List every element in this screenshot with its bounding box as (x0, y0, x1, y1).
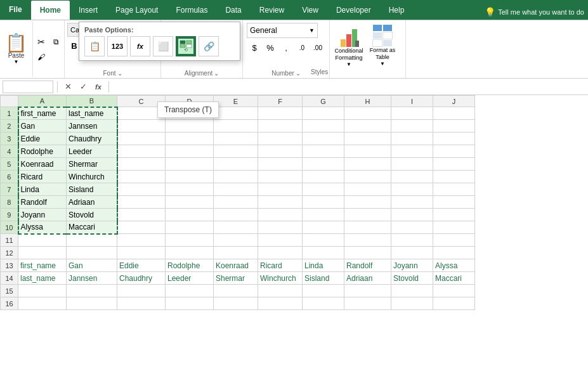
font-expand-icon[interactable]: ⌄ (117, 70, 122, 77)
cell-B4[interactable]: Leeder (67, 145, 117, 158)
increase-decimal-button[interactable]: .00 (310, 40, 325, 55)
paste-opt-values[interactable]: 123 (107, 36, 127, 56)
format-as-table-arrow[interactable]: ▼ (380, 61, 385, 67)
cut-button[interactable]: ✂ (34, 35, 48, 49)
cell-F10[interactable] (258, 221, 303, 234)
cell-D13[interactable]: Rodolphe (166, 259, 214, 272)
cell-F8[interactable] (258, 196, 303, 209)
cell-H11[interactable] (344, 234, 391, 247)
cell-D12[interactable] (166, 247, 214, 259)
cell-B16[interactable] (67, 297, 117, 310)
cell-J3[interactable] (433, 133, 475, 145)
paste-opt-formula[interactable]: fx (130, 36, 150, 56)
cell-G2[interactable] (303, 120, 344, 133)
cell-A5[interactable]: Koenraad (18, 158, 67, 171)
cell-G3[interactable] (303, 133, 344, 145)
cell-B7[interactable]: Sisland (67, 183, 117, 196)
cell-I8[interactable] (391, 196, 433, 209)
cell-G13[interactable]: Linda (303, 259, 344, 272)
alignment-expand-icon[interactable]: ⌄ (214, 70, 219, 77)
cell-I11[interactable] (391, 234, 433, 247)
col-header-g[interactable]: G (303, 96, 344, 107)
cell-J11[interactable] (433, 234, 475, 247)
data-tab[interactable]: Data (216, 1, 250, 20)
cell-H1[interactable] (344, 107, 391, 120)
cell-E11[interactable] (214, 234, 258, 247)
cell-J5[interactable] (433, 158, 475, 171)
paste-opt-link[interactable]: 🔗 (199, 36, 219, 56)
paste-opt-transpose[interactable]: ⟲ (176, 36, 196, 56)
cell-C15[interactable] (117, 285, 166, 297)
row-header-2[interactable]: 2 (1, 120, 18, 133)
cell-C7[interactable] (117, 183, 166, 196)
cell-F3[interactable] (258, 133, 303, 145)
cancel-formula-button[interactable]: ✕ (62, 81, 74, 93)
cell-E5[interactable] (214, 158, 258, 171)
row-header-1[interactable]: 1 (1, 107, 18, 120)
cell-A9[interactable]: Joyann (18, 209, 67, 221)
cell-J16[interactable] (433, 297, 475, 310)
cell-A3[interactable]: Eddie (18, 133, 67, 145)
cell-A15[interactable] (18, 285, 67, 297)
cell-J6[interactable] (433, 171, 475, 183)
insert-function-button[interactable]: fx (92, 81, 105, 93)
cell-F15[interactable] (258, 285, 303, 297)
col-header-j[interactable]: J (433, 96, 475, 107)
number-expand-icon[interactable]: ⌄ (296, 70, 301, 77)
formulas-tab[interactable]: Formulas (167, 1, 216, 20)
cell-G6[interactable] (303, 171, 344, 183)
cell-E8[interactable] (214, 196, 258, 209)
cell-B2[interactable]: Jannsen (67, 120, 117, 133)
cell-E9[interactable] (214, 209, 258, 221)
cell-B12[interactable] (67, 247, 117, 259)
cell-G16[interactable] (303, 297, 344, 310)
cell-I4[interactable] (391, 145, 433, 158)
cell-E7[interactable] (214, 183, 258, 196)
review-tab[interactable]: Review (251, 1, 293, 20)
cell-E12[interactable] (214, 247, 258, 259)
cell-B9[interactable]: Stovold (67, 209, 117, 221)
cell-C11[interactable] (117, 234, 166, 247)
cell-C9[interactable] (117, 209, 166, 221)
cell-I9[interactable] (391, 209, 433, 221)
row-header-4[interactable]: 4 (1, 145, 18, 158)
row-header-11[interactable]: 11 (1, 234, 18, 247)
cell-J10[interactable] (433, 221, 475, 234)
conditional-formatting-button[interactable]: Conditional Formatting ▼ (332, 23, 365, 68)
col-header-f[interactable]: F (258, 96, 303, 107)
cell-A4[interactable]: Rodolphe (18, 145, 67, 158)
col-header-i[interactable]: I (391, 96, 433, 107)
cell-C14[interactable]: Chaudhry (117, 272, 166, 285)
cell-B10[interactable]: Maccari (67, 221, 117, 234)
cell-B1[interactable]: last_name (67, 107, 117, 120)
cell-E1[interactable] (214, 107, 258, 120)
cell-J1[interactable] (433, 107, 475, 120)
cell-I1[interactable] (391, 107, 433, 120)
row-header-9[interactable]: 9 (1, 209, 18, 221)
cell-D6[interactable] (166, 171, 214, 183)
paste-button[interactable]: 📋 Paste ▼ (0, 22, 33, 77)
help-tab[interactable]: Help (380, 1, 414, 20)
cell-D3[interactable] (166, 133, 214, 145)
cell-G1[interactable] (303, 107, 344, 120)
cell-D14[interactable]: Leeder (166, 272, 214, 285)
cell-D15[interactable] (166, 285, 214, 297)
cell-J12[interactable] (433, 247, 475, 259)
row-header-10[interactable]: 10 (1, 221, 18, 234)
decrease-decimal-button[interactable]: .0 (294, 40, 310, 55)
cell-G9[interactable] (303, 209, 344, 221)
cell-G11[interactable] (303, 234, 344, 247)
cell-F12[interactable] (258, 247, 303, 259)
cell-A16[interactable] (18, 297, 67, 310)
cell-A13[interactable]: first_name (18, 259, 67, 272)
cell-H10[interactable] (344, 221, 391, 234)
cell-G5[interactable] (303, 158, 344, 171)
cell-E15[interactable] (214, 285, 258, 297)
cell-F6[interactable] (258, 171, 303, 183)
cell-E10[interactable] (214, 221, 258, 234)
row-header-3[interactable]: 3 (1, 133, 18, 145)
cell-B6[interactable]: Winchurch (67, 171, 117, 183)
cell-A10[interactable]: Alyssa (18, 221, 67, 234)
tell-me-box[interactable]: 💡 Tell me what you want to do (485, 7, 584, 17)
cell-H8[interactable] (344, 196, 391, 209)
